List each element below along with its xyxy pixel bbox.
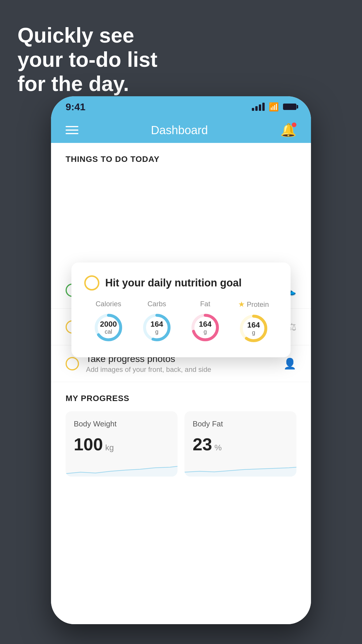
nav-bar: Dashboard 🔔 bbox=[51, 117, 311, 143]
things-today-title: THINGS TO DO TODAY bbox=[66, 155, 296, 164]
fat-value-center: 164 g bbox=[199, 320, 211, 335]
svg-marker-0 bbox=[66, 466, 178, 477]
wifi-icon: 📶 bbox=[269, 102, 279, 112]
progress-weight-unit: kg bbox=[105, 443, 114, 452]
carbs-donut: 164 g bbox=[141, 312, 173, 344]
progress-fat-value: 23 bbox=[193, 434, 212, 454]
progress-card-weight[interactable]: Body Weight 100 kg bbox=[66, 411, 178, 477]
protein-donut: 164 g bbox=[238, 312, 270, 344]
card-title-row: Hit your daily nutrition goal bbox=[84, 275, 278, 290]
fat-donut: 164 g bbox=[189, 312, 221, 344]
things-today-header: THINGS TO DO TODAY bbox=[51, 143, 311, 170]
progress-card-weight-title: Body Weight bbox=[74, 419, 169, 428]
battery-icon bbox=[283, 104, 296, 110]
hero-text: Quickly see your to-do list for the day. bbox=[17, 23, 157, 96]
status-time: 9:41 bbox=[66, 101, 85, 113]
phone-frame: 9:41 📶 Dashboard 🔔 THINGS TO DO TODAY bbox=[51, 96, 311, 624]
hamburger-menu[interactable] bbox=[66, 126, 78, 134]
todo-circle-photos bbox=[66, 357, 79, 370]
progress-weight-value: 100 bbox=[74, 434, 103, 454]
fat-label: Fat bbox=[200, 300, 210, 308]
photo-icon: 👤 bbox=[283, 358, 296, 370]
star-icon: ★ bbox=[238, 300, 245, 309]
progress-fat-chart bbox=[184, 459, 296, 477]
progress-section: MY PROGRESS Body Weight 100 kg bbox=[51, 382, 311, 482]
progress-weight-chart bbox=[66, 459, 178, 477]
calories-label: Calories bbox=[96, 300, 121, 308]
svg-marker-1 bbox=[184, 467, 296, 477]
protein-label: ★ Protein bbox=[238, 300, 269, 309]
progress-card-fat-title: Body Fat bbox=[193, 419, 288, 428]
signal-icon bbox=[252, 103, 265, 111]
carbs-label: Carbs bbox=[147, 300, 166, 308]
notification-dot bbox=[292, 123, 296, 127]
nutrition-carbs: Carbs 164 g bbox=[141, 300, 173, 344]
notification-bell[interactable]: 🔔 bbox=[280, 123, 296, 138]
progress-title: MY PROGRESS bbox=[66, 394, 296, 403]
status-icons: 📶 bbox=[252, 102, 296, 112]
progress-fat-value-row: 23 % bbox=[193, 434, 288, 454]
card-spacer bbox=[51, 170, 311, 269]
nav-title: Dashboard bbox=[151, 124, 208, 137]
status-bar: 9:41 📶 bbox=[51, 96, 311, 117]
nutrition-row: Calories 2000 cal Carbs bbox=[84, 300, 278, 344]
todo-desc-photos: Add images of your front, back, and side bbox=[86, 365, 276, 374]
protein-value-center: 164 g bbox=[247, 321, 260, 336]
calories-donut: 2000 cal bbox=[92, 312, 124, 344]
nutrition-calories: Calories 2000 cal bbox=[92, 300, 124, 344]
progress-card-fat[interactable]: Body Fat 23 % bbox=[184, 411, 296, 477]
progress-cards: Body Weight 100 kg Body Fat bbox=[66, 411, 296, 477]
nutrition-fat: Fat 164 g bbox=[189, 300, 221, 344]
card-main-title: Hit your daily nutrition goal bbox=[105, 277, 242, 289]
main-content: THINGS TO DO TODAY Running Track your st… bbox=[51, 143, 311, 624]
nutrition-protein: ★ Protein 164 g bbox=[238, 300, 270, 344]
carbs-value-center: 164 g bbox=[150, 320, 163, 335]
progress-weight-value-row: 100 kg bbox=[74, 434, 169, 454]
floating-nutrition-card: Hit your daily nutrition goal Calories 2… bbox=[71, 262, 291, 357]
calories-value-center: 2000 cal bbox=[100, 320, 117, 335]
progress-fat-unit: % bbox=[215, 443, 222, 452]
task-incomplete-circle[interactable] bbox=[84, 275, 99, 290]
